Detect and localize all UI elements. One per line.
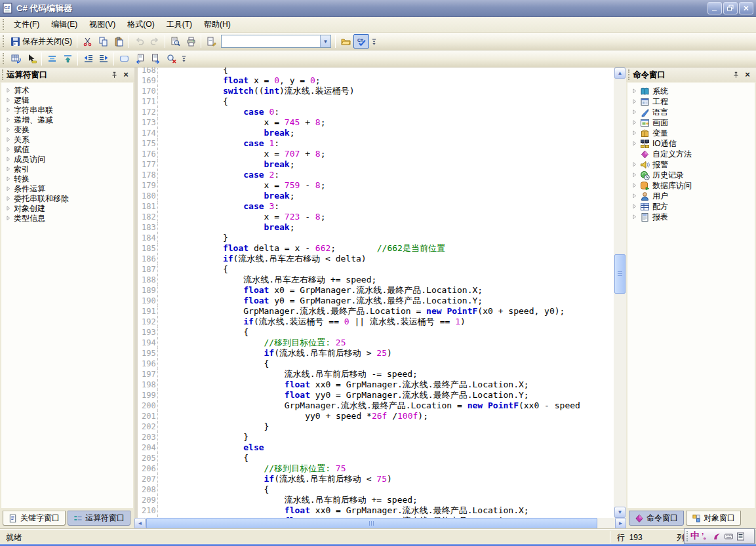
open-button[interactable] [338,34,353,49]
expander-icon[interactable] [631,109,639,116]
expander-icon[interactable] [631,140,639,147]
pin-icon[interactable] [730,70,741,80]
menu-item-5[interactable]: 帮助(H) [198,17,237,32]
expander-icon[interactable] [631,182,639,189]
command-tree-item[interactable]: 自定义方法 [627,149,755,159]
toolbar-main-grip[interactable] [3,35,5,47]
undo-button[interactable] [131,34,147,49]
zoom-cancel-button[interactable] [163,52,179,66]
toolbar-edit-grip[interactable] [3,53,5,65]
find-button[interactable] [203,34,219,49]
operator-tree-item[interactable]: 递增、递减 [1,115,133,125]
menu-item-1[interactable]: 编辑(E) [45,17,83,32]
operator-tree-item[interactable]: 逻辑 [1,96,133,106]
expander-icon[interactable] [5,205,12,212]
command-tree-item[interactable]: 语言 [627,107,755,117]
panel-close-icon[interactable]: × [742,70,753,80]
horizontal-scroll-thumb[interactable] [146,518,597,529]
ime-punctuation-icon[interactable]: ’。 [702,531,710,542]
menubar-grip[interactable] [3,19,5,29]
insert-table-button[interactable] [8,52,24,66]
expander-icon[interactable] [631,98,639,106]
print-button[interactable] [183,34,199,49]
member-combo[interactable]: ▼ [221,35,331,48]
menu-item-3[interactable]: 格式(O) [121,17,160,32]
operator-tree-item[interactable]: 条件运算 [1,184,133,194]
operator-tree-item[interactable]: 对象创建 [1,204,133,214]
expander-icon[interactable] [5,97,12,104]
toolbar-overflow-button[interactable] [180,52,188,66]
close-button[interactable] [739,2,753,14]
panel-close-icon[interactable]: × [121,70,131,80]
ime-language-bar[interactable]: 中 ’。 [684,528,755,544]
expander-icon[interactable] [5,195,12,203]
left-panel-tab[interactable]: 运算符窗口 [68,511,130,526]
command-tree-item[interactable]: IO通信 [627,138,755,149]
operator-tree-item[interactable]: 字符串串联 [1,106,133,115]
operator-tree-item[interactable]: 赋值 [1,145,133,155]
toolbar-overflow-button[interactable] [370,34,378,49]
right-panel-tab[interactable]: 命令窗口 [629,511,684,526]
expander-icon[interactable] [5,156,12,163]
ime-keyboard-icon[interactable] [724,532,734,541]
operator-tree-item[interactable]: 委托串联和移除 [1,194,133,204]
expander-icon[interactable] [5,146,12,153]
operator-tree-item[interactable]: 转换 [1,174,133,184]
scroll-down-button[interactable]: ▼ [614,507,626,518]
command-tree-item[interactable]: 画面 [627,117,755,128]
operator-tree-item[interactable]: 索引 [1,165,133,174]
code-editor[interactable]: 168 {169 float x = 0, y = 0;170 switch((… [134,68,614,518]
command-tree-item[interactable]: 变量 [627,128,755,138]
outdent-button[interactable] [80,52,96,66]
expander-icon[interactable] [5,117,12,124]
expander-icon[interactable] [5,166,12,173]
expander-icon[interactable] [631,203,639,210]
right-panel-tab[interactable]: 对象窗口 [686,511,741,526]
selection-box-button[interactable] [116,52,132,66]
operator-tree-item[interactable]: 关系 [1,135,133,145]
save-and-close-button[interactable]: 保存并关闭(S) [8,34,75,49]
align-top-button[interactable] [60,52,75,66]
select-button[interactable] [24,52,39,66]
menu-item-0[interactable]: 文件(F) [8,17,45,32]
scroll-left-button[interactable]: ◄ [134,518,146,529]
operator-tree-item[interactable]: 变换 [1,125,133,135]
vertical-scroll-thumb[interactable] [614,254,626,294]
paste-button[interactable] [111,34,127,49]
expander-icon[interactable] [631,172,639,179]
ime-fullwidth-icon[interactable] [712,532,722,541]
vertical-scrollbar[interactable]: ▲ ▼ [614,68,626,518]
command-tree-item[interactable]: 报警 [627,159,755,170]
indent-button[interactable] [96,52,111,66]
expander-icon[interactable] [5,136,12,144]
expander-icon[interactable] [631,161,639,168]
menu-item-2[interactable]: 视图(V) [83,17,121,32]
horizontal-scrollbar[interactable]: ◄ ► [134,518,626,529]
expander-icon[interactable] [631,130,639,137]
command-tree-item[interactable]: 系统 [627,86,755,96]
ime-grip[interactable] [686,531,688,541]
expander-icon[interactable] [5,127,12,134]
expander-icon[interactable] [5,215,12,222]
minimize-button[interactable] [707,2,722,14]
command-tree-item[interactable]: 数据库访问 [627,180,755,191]
scroll-up-button[interactable]: ▲ [614,68,626,79]
command-tree-item[interactable]: 工程 [627,96,755,107]
combo-dropdown-icon[interactable]: ▼ [320,35,330,47]
command-tree-item[interactable]: 用户 [627,191,755,201]
menu-item-4[interactable]: 工具(T) [161,17,198,32]
ime-mode-indicator[interactable]: 中 [690,530,700,542]
command-tree-item[interactable]: 配方 [627,201,755,212]
page-prev-button[interactable] [132,52,148,66]
copy-button[interactable] [95,34,111,49]
left-panel-tab[interactable]: 关键字窗口 [3,511,66,526]
expander-icon[interactable] [5,87,12,94]
redo-button[interactable] [147,34,163,49]
cut-button[interactable] [79,34,95,49]
expander-icon[interactable] [631,214,639,221]
pin-icon[interactable] [109,70,119,80]
expander-icon[interactable] [631,193,639,200]
expander-icon[interactable] [631,119,639,127]
operator-tree-item[interactable]: 类型信息 [1,214,133,224]
expander-icon[interactable] [5,176,12,183]
